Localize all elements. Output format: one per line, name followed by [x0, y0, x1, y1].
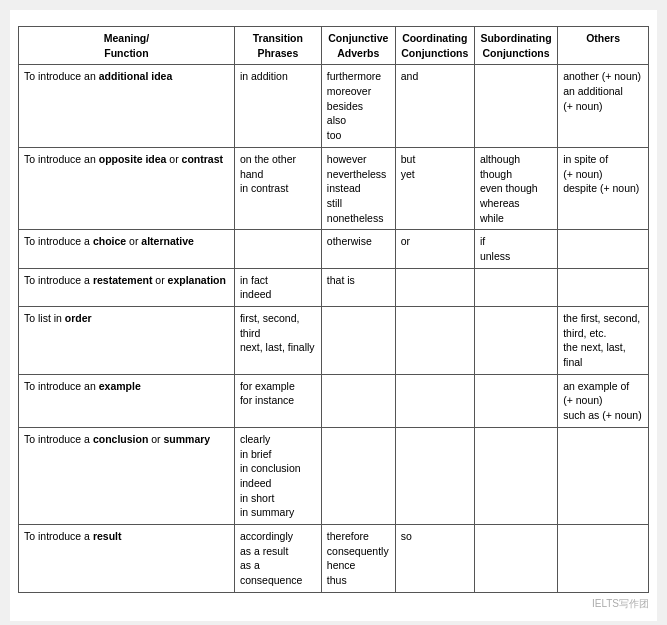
cell-subordinating: ifunless: [474, 230, 557, 268]
cell-others: [558, 427, 649, 524]
table-header-row: Meaning/Function TransitionPhrases Conju…: [19, 27, 649, 65]
cell-transition: in addition: [234, 65, 321, 147]
cell-subordinating: [474, 268, 557, 306]
header-subordinating: SubordinatingConjunctions: [474, 27, 557, 65]
cell-conjunctive: [321, 427, 395, 524]
cell-others: [558, 524, 649, 592]
transition-signals-table: Meaning/Function TransitionPhrases Conju…: [18, 26, 649, 593]
cell-conjunctive: otherwise: [321, 230, 395, 268]
cell-conjunctive: [321, 307, 395, 375]
cell-coordinating: butyet: [395, 147, 474, 229]
cell-subordinating: althoughthougheven thoughwhereaswhile: [474, 147, 557, 229]
cell-subordinating: [474, 307, 557, 375]
table-row: To introduce a restatement or explanatio…: [19, 268, 649, 306]
cell-transition: for examplefor instance: [234, 374, 321, 427]
cell-others: in spite of(+ noun)despite (+ noun): [558, 147, 649, 229]
cell-meaning: To introduce an example: [19, 374, 235, 427]
cell-coordinating: [395, 374, 474, 427]
table-row: To list in orderfirst, second,thirdnext,…: [19, 307, 649, 375]
cell-transition: clearlyin briefin conclusionindeedin sho…: [234, 427, 321, 524]
header-transition: TransitionPhrases: [234, 27, 321, 65]
cell-meaning: To introduce a conclusion or summary: [19, 427, 235, 524]
cell-subordinating: [474, 524, 557, 592]
cell-transition: in factindeed: [234, 268, 321, 306]
cell-meaning: To introduce a choice or alternative: [19, 230, 235, 268]
cell-meaning: To introduce an additional idea: [19, 65, 235, 147]
cell-transition: [234, 230, 321, 268]
watermark: IELTS写作团: [18, 597, 649, 611]
cell-meaning: To introduce an opposite idea or contras…: [19, 147, 235, 229]
table-row: To introduce a resultaccordinglyas a res…: [19, 524, 649, 592]
page: Meaning/Function TransitionPhrases Conju…: [10, 10, 657, 621]
cell-meaning: To introduce a restatement or explanatio…: [19, 268, 235, 306]
table-row: To introduce a conclusion or summaryclea…: [19, 427, 649, 524]
table-row: To introduce a choice or alternativeothe…: [19, 230, 649, 268]
cell-conjunctive: furthermoremoreoverbesidesalsotoo: [321, 65, 395, 147]
cell-transition: on the otherhandin contrast: [234, 147, 321, 229]
cell-others: [558, 230, 649, 268]
cell-coordinating: [395, 268, 474, 306]
cell-transition: accordinglyas a resultas aconsequence: [234, 524, 321, 592]
cell-conjunctive: that is: [321, 268, 395, 306]
cell-conjunctive: thereforeconsequentlyhencethus: [321, 524, 395, 592]
header-meaning: Meaning/Function: [19, 27, 235, 65]
cell-subordinating: [474, 65, 557, 147]
cell-coordinating: [395, 307, 474, 375]
header-coordinating: CoordinatingConjunctions: [395, 27, 474, 65]
cell-coordinating: or: [395, 230, 474, 268]
cell-meaning: To list in order: [19, 307, 235, 375]
cell-conjunctive: howeverneverthelessinsteadstillnonethele…: [321, 147, 395, 229]
cell-coordinating: [395, 427, 474, 524]
header-others: Others: [558, 27, 649, 65]
cell-others: another (+ noun)an additional(+ noun): [558, 65, 649, 147]
cell-conjunctive: [321, 374, 395, 427]
cell-coordinating: so: [395, 524, 474, 592]
table-row: To introduce an additional ideain additi…: [19, 65, 649, 147]
cell-subordinating: [474, 427, 557, 524]
cell-subordinating: [474, 374, 557, 427]
cell-coordinating: and: [395, 65, 474, 147]
header-conjunctive: ConjunctiveAdverbs: [321, 27, 395, 65]
cell-others: an example of(+ noun)such as (+ noun): [558, 374, 649, 427]
cell-others: the first, second,third, etc.the next, l…: [558, 307, 649, 375]
table-row: To introduce an examplefor examplefor in…: [19, 374, 649, 427]
cell-others: [558, 268, 649, 306]
cell-meaning: To introduce a result: [19, 524, 235, 592]
cell-transition: first, second,thirdnext, last, finally: [234, 307, 321, 375]
table-row: To introduce an opposite idea or contras…: [19, 147, 649, 229]
